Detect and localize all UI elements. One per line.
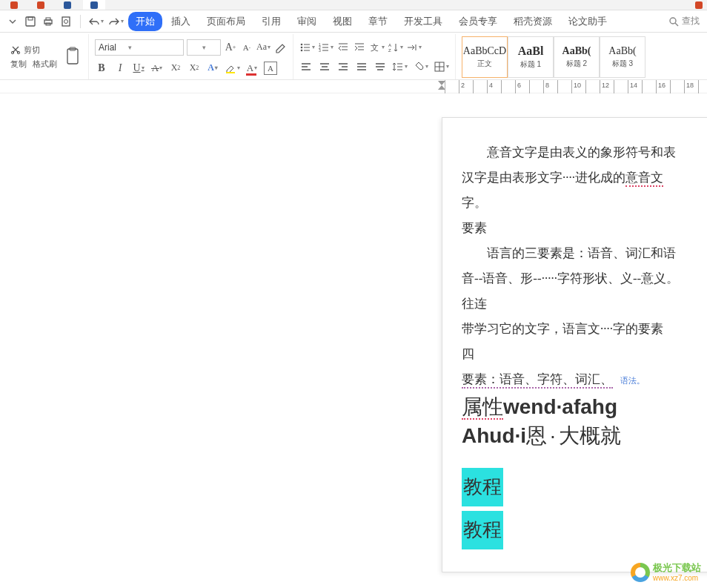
svg-rect-3 (46, 18, 50, 20)
sort-icon[interactable]: AZ▾ (388, 41, 403, 54)
spell-error: 意音文 (625, 171, 663, 187)
tab-docer[interactable]: 稻壳资源 (506, 12, 560, 31)
bullets-icon[interactable]: ▾ (299, 41, 315, 54)
text-effect-icon[interactable]: A▾ (206, 62, 219, 75)
underline-button[interactable]: U▾ (132, 62, 145, 75)
align-justify-icon[interactable] (355, 60, 368, 73)
paragraph[interactable]: 往连 (462, 291, 707, 317)
new-tab-button[interactable] (694, 0, 704, 10)
highlighted-text[interactable]: 教程 (462, 511, 503, 549)
clear-format-icon[interactable] (273, 41, 287, 54)
align-center-icon[interactable] (318, 60, 331, 73)
wps-icon (695, 1, 703, 9)
paragraph[interactable]: 语言的三要素是：语音、词汇和语 (462, 241, 707, 266)
paragraph[interactable]: 要素 (462, 216, 707, 241)
tab-view[interactable]: 视图 (325, 12, 359, 31)
align-left-icon[interactable] (299, 60, 313, 73)
tab-paper[interactable]: 论文助手 (561, 12, 614, 31)
ruler-num: 12 (602, 82, 609, 89)
style-heading3[interactable]: AaBb( 标题 3 (600, 36, 645, 78)
undo-icon[interactable]: ▾ (88, 15, 104, 28)
decrease-indent-icon[interactable] (336, 41, 350, 54)
highlight-color-icon[interactable]: ▾ (225, 62, 240, 75)
app-tab[interactable] (3, 0, 25, 10)
tab-sections[interactable]: 章节 (361, 12, 395, 31)
paste-icon[interactable] (63, 46, 82, 68)
svg-text:3: 3 (319, 48, 321, 53)
search-box[interactable]: 查找 (664, 15, 704, 27)
copy-button[interactable]: 复制 (10, 59, 27, 70)
style-heading2[interactable]: AaBb( 标题 2 (554, 36, 600, 78)
shrink-font-icon[interactable]: A- (240, 41, 253, 54)
watermark-title: 极光下载站 (653, 563, 701, 573)
svg-text:文: 文 (371, 43, 379, 52)
word-icon (90, 1, 98, 9)
document-page[interactable]: 意音文字是由表义的象形符号和表 汉字是由表形文字····进化成的意音文 字。 要… (442, 117, 707, 572)
font-size-select[interactable]: ▾ (187, 39, 221, 56)
svg-rect-14 (246, 73, 256, 76)
paragraph[interactable]: 意音文字是由表义的象形符号和表 (462, 140, 707, 165)
italic-button[interactable]: I (113, 62, 127, 75)
document-area[interactable]: 意音文字是由表义的象形符号和表 汉字是由表形文字····进化成的意音文 字。 要… (0, 95, 707, 588)
increase-indent-icon[interactable] (353, 41, 366, 54)
paragraph[interactable]: Ahud·i恩·大概就 (462, 421, 707, 450)
cut-button[interactable]: 剪切 (9, 44, 59, 56)
print-icon[interactable] (42, 15, 55, 28)
svg-rect-0 (26, 17, 35, 26)
redo-icon[interactable]: ▾ (108, 15, 124, 28)
svg-line-8 (675, 23, 678, 26)
app-tab[interactable] (56, 0, 79, 10)
paragraph[interactable]: 带学习它的文字，语言文····字的要素 (462, 317, 707, 342)
svg-rect-11 (67, 49, 78, 64)
paragraph[interactable]: 要素：语音、字符、词汇、 语法。 (462, 367, 707, 392)
strike-button[interactable]: A▾ (150, 62, 164, 75)
borders-icon[interactable]: ▾ (434, 60, 449, 73)
font-color-icon[interactable]: A▾ (245, 62, 259, 75)
tab-member[interactable]: 会员专享 (451, 12, 505, 31)
tab-icon[interactable]: ▾ (406, 41, 422, 54)
shading-icon[interactable]: ▾ (413, 60, 428, 73)
align-right-icon[interactable] (336, 60, 350, 73)
svg-rect-13 (226, 72, 235, 73)
grow-font-icon[interactable]: A+ (224, 41, 237, 54)
indent-marker[interactable] (437, 80, 445, 87)
svg-text:Z: Z (388, 48, 391, 53)
tab-start[interactable]: 开始 (128, 12, 162, 31)
paragraph[interactable]: 四 (462, 342, 707, 367)
dropdown-icon[interactable] (6, 15, 19, 28)
bold-button[interactable]: B (95, 62, 108, 75)
text-run: 带学习它的文字，语言文 (462, 322, 600, 336)
save-icon[interactable] (24, 15, 37, 28)
style-heading1[interactable]: AaBl 标题 1 (508, 36, 554, 78)
text-run: 大概就 (559, 424, 621, 447)
paragraph[interactable]: 属性wend·afahg (462, 392, 707, 421)
superscript-icon[interactable]: X2 (169, 62, 182, 75)
subscript-icon[interactable]: X2 (187, 62, 201, 75)
paragraph[interactable]: 汉字是由表形文字····进化成的意音文 (462, 165, 707, 191)
search-icon (668, 16, 679, 27)
tab-review[interactable]: 审阅 (290, 12, 324, 31)
horizontal-ruler[interactable]: 2 4 6 8 10 12 14 16 18 20 (0, 80, 707, 93)
line-spacing-icon[interactable]: ▾ (392, 60, 408, 73)
text-direction-icon[interactable]: 文▾ (369, 41, 385, 54)
app-tab[interactable] (30, 0, 52, 10)
numbering-icon[interactable]: 123▾ (318, 41, 333, 54)
site-watermark: 极光下载站 www.xz7.com (631, 563, 701, 582)
char-shading-icon[interactable]: A (264, 62, 277, 75)
style-normal[interactable]: AaBbCcD 正文 (462, 36, 508, 78)
font-name-select[interactable]: Arial▾ (95, 39, 184, 56)
align-distribute-icon[interactable] (374, 60, 387, 73)
tab-refs[interactable]: 引用 (254, 12, 288, 31)
format-painter-button[interactable]: 格式刷 (33, 59, 57, 70)
tab-layout[interactable]: 页面布局 (199, 12, 253, 31)
paragraph[interactable]: 字。 (462, 191, 707, 216)
tab-dev[interactable]: 开发工具 (396, 12, 450, 31)
preview-icon[interactable] (59, 15, 73, 28)
tab-insert[interactable]: 插入 (164, 12, 198, 31)
change-case-icon[interactable]: Aa▾ (256, 41, 270, 54)
ruler-num: 10 (574, 82, 581, 89)
grammar-note[interactable]: 语法。 (620, 376, 645, 385)
paragraph[interactable]: 音--语音、形--·····字符形状、义--意义。 (462, 266, 707, 291)
highlighted-text[interactable]: 教程 (462, 468, 503, 506)
app-tab-active[interactable] (83, 0, 105, 10)
